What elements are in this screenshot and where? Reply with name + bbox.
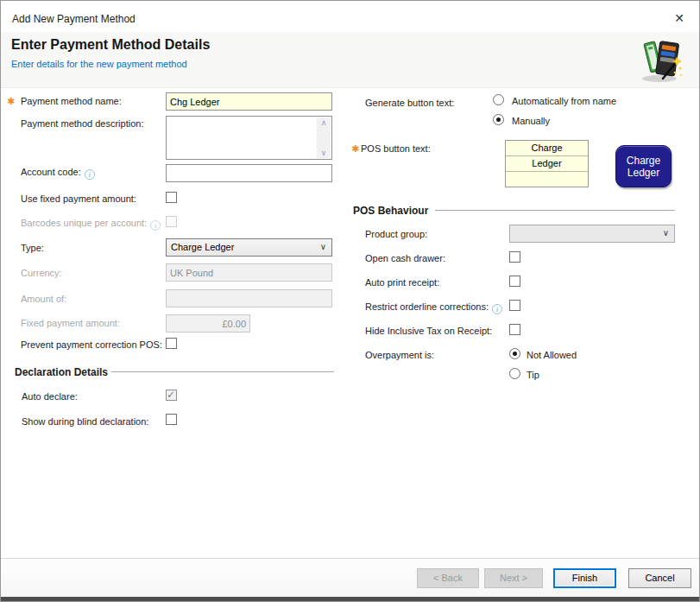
product-group-dropdown[interactable]: ∨ [509, 225, 675, 243]
overpayment-tip-label[interactable]: Tip [527, 370, 539, 380]
info-icon[interactable]: i [85, 169, 95, 180]
generate-automatically-label[interactable]: Automatically from name [512, 96, 616, 106]
type-dropdown[interactable]: Charge Ledger ∨ [166, 238, 332, 257]
declaration-details-header: Declaration Details [15, 366, 108, 378]
window-bottom-edge [1, 597, 699, 601]
overpayment-not-allowed-radio[interactable] [509, 348, 520, 359]
show-blind-declaration-label: Show during blind declaration: [22, 416, 148, 427]
type-label: Type: [21, 243, 44, 253]
fixed-payment-amount-label: Fixed payment amount: [21, 318, 120, 328]
account-code-input[interactable] [166, 164, 332, 182]
auto-print-receipt-label: Auto print receipt: [365, 277, 439, 288]
pos-button-text-line-3[interactable] [506, 172, 588, 187]
overpayment-not-allowed-label[interactable]: Not Allowed [527, 350, 577, 360]
barcodes-unique-checkbox: ✓ [166, 216, 177, 227]
page-title: Enter Payment Method Details [11, 37, 210, 53]
amount-of-input [166, 289, 332, 307]
overpayment-label: Overpayment is: [365, 350, 434, 360]
scroll-up-icon[interactable]: ∧ [321, 117, 327, 128]
info-icon[interactable]: i [492, 304, 502, 314]
description-scrollbar[interactable]: ∧ ∨ [317, 117, 331, 158]
use-fixed-payment-amount-label: Use fixed payment amount: [21, 193, 136, 204]
page-subtitle: Enter details for the new payment method [11, 59, 187, 69]
show-blind-declaration-checkbox[interactable]: ✓ [166, 414, 177, 425]
generate-automatically-radio[interactable] [493, 94, 504, 105]
generate-button-text-label: Generate button text: [365, 98, 454, 108]
close-icon[interactable]: ✕ [670, 9, 689, 28]
currency-label: Currency: [21, 268, 62, 278]
auto-declare-label: Auto declare: [22, 391, 78, 402]
use-fixed-payment-amount-checkbox[interactable]: ✓ [166, 192, 177, 203]
pos-button-text-lines: Charge Ledger [505, 140, 589, 187]
account-code-label: Account code:i [21, 167, 95, 180]
required-asterisk: ✱ [7, 96, 15, 107]
payment-method-description-label: Payment method description: [21, 118, 143, 129]
generate-manually-radio[interactable] [493, 114, 504, 125]
prevent-payment-correction-checkbox[interactable]: ✓ [166, 338, 177, 349]
add-payment-method-dialog: Add New Payment Method ✕ Enter Payment M… [0, 0, 700, 602]
overpayment-tip-radio[interactable] [509, 368, 520, 379]
restrict-orderline-corrections-checkbox[interactable]: ✓ [509, 300, 520, 311]
next-button: Next > [484, 568, 543, 588]
auto-print-receipt-checkbox[interactable]: ✓ [509, 276, 520, 287]
barcodes-unique-label: Barcodes unique per account:i [21, 218, 161, 231]
auto-declare-checkbox[interactable]: ✓ [166, 390, 177, 401]
pos-button-text-line-1[interactable]: Charge [506, 141, 588, 156]
currency-input [166, 263, 332, 282]
payment-method-name-input[interactable] [166, 92, 332, 111]
open-cash-drawer-checkbox[interactable]: ✓ [509, 251, 520, 263]
title-bar: Add New Payment Method ✕ [1, 1, 699, 32]
finish-button[interactable]: Finish [553, 568, 616, 588]
window-title: Add New Payment Method [12, 13, 136, 25]
payment-wallet-icon [637, 35, 685, 84]
chevron-down-icon: ∨ [663, 228, 669, 238]
back-button: < Back [417, 568, 479, 588]
amount-of-label: Amount of: [21, 294, 66, 304]
restrict-orderline-corrections-label: Restrict orderline corrections:i [365, 301, 502, 314]
chevron-down-icon: ∨ [320, 242, 326, 251]
info-icon: i [150, 220, 161, 231]
declaration-details-divider [111, 371, 334, 372]
pos-button-text-label: POS button text: [361, 143, 431, 154]
payment-method-description-input[interactable]: ∧ ∨ [166, 116, 332, 160]
type-dropdown-value: Charge Ledger [171, 242, 234, 252]
open-cash-drawer-label: Open cash drawer: [365, 253, 445, 263]
product-group-label: Product group: [365, 229, 427, 239]
required-asterisk: ✱ [351, 143, 359, 155]
payment-method-name-label: Payment method name: [21, 96, 122, 106]
hide-inclusive-tax-checkbox[interactable]: ✓ [509, 324, 520, 335]
cancel-button[interactable]: Cancel [628, 568, 691, 588]
pos-button-text-line-2[interactable]: Ledger [506, 156, 588, 172]
hide-inclusive-tax-label: Hide Inclusive Tax on Receipt: [365, 326, 492, 336]
pos-behaviour-header: POS Behaviour [353, 205, 428, 217]
prevent-payment-correction-label: Prevent payment correction POS: [21, 339, 162, 350]
pos-behaviour-divider [435, 210, 675, 211]
scroll-down-icon[interactable]: ∨ [321, 148, 327, 158]
generate-manually-label[interactable]: Manually [512, 116, 550, 126]
pos-button-preview: Charge Ledger [615, 145, 672, 187]
fixed-payment-amount-input [166, 314, 250, 333]
dialog-header: Enter Payment Method Details Enter detai… [1, 32, 699, 88]
